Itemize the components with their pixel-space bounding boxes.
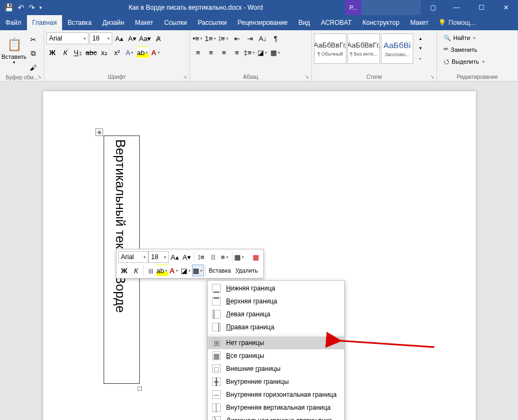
sort-button[interactable]: A↓ xyxy=(257,32,269,44)
tab-references[interactable]: Ссылки xyxy=(159,15,192,30)
strikethrough-button[interactable]: abc xyxy=(85,46,97,58)
tab-review[interactable]: Рецензирование xyxy=(232,15,293,30)
tab-design[interactable]: Дизайн xyxy=(97,15,130,30)
find-button[interactable]: 🔍Найти▾ xyxy=(441,32,488,43)
mini-delete-button[interactable]: Удалить xyxy=(233,267,260,274)
mini-align[interactable]: ≡▾ xyxy=(219,251,231,263)
borders-button[interactable]: ▦▾ xyxy=(270,46,282,58)
table-resize-handle[interactable] xyxy=(138,387,142,391)
mini-table-insert[interactable]: ▦▾ xyxy=(234,251,246,263)
border-right[interactable]: ▕Правая граница xyxy=(208,321,344,334)
tab-insert[interactable]: Вставка xyxy=(62,15,97,30)
mini-insert-button[interactable]: Вставка xyxy=(207,267,233,274)
mini-size-combo[interactable]: 18▾ xyxy=(148,251,169,263)
replace-button[interactable]: ᵃᵇЗаменить xyxy=(441,44,488,55)
cut-button[interactable]: ✂ xyxy=(27,33,39,45)
mini-shading[interactable]: ◪▾ xyxy=(180,265,192,276)
dialog-launcher-icon[interactable]: ↘ xyxy=(429,73,435,80)
tab-table-layout[interactable]: Макет xyxy=(405,15,434,30)
redo-icon[interactable]: ↷ xyxy=(29,3,35,12)
border-inside-v[interactable]: │Внутренняя вертикальная граница xyxy=(208,401,344,414)
mini-bold[interactable]: Ж xyxy=(118,265,130,276)
grow-font-button[interactable]: A▴ xyxy=(113,32,125,44)
tab-mailings[interactable]: Рассылки xyxy=(192,15,232,30)
dialog-launcher-icon[interactable]: ↘ xyxy=(36,73,43,80)
maximize-button[interactable]: ☐ xyxy=(469,0,493,15)
increase-indent-button[interactable]: ⇥ xyxy=(244,32,256,44)
border-inside-h[interactable]: ─Внутренняя горизонтальная граница xyxy=(208,388,344,401)
border-left[interactable]: ▏Левая граница xyxy=(208,308,344,321)
change-case-button[interactable]: Aa▾ xyxy=(139,32,151,44)
mini-highlight[interactable]: ab▾ xyxy=(156,265,168,276)
shrink-font-button[interactable]: A▾ xyxy=(126,32,138,44)
dialog-launcher-icon[interactable]: ↘ xyxy=(182,73,188,80)
line-spacing-button[interactable]: ‡≡▾ xyxy=(244,46,256,58)
shading-button[interactable]: ◪▾ xyxy=(257,46,269,58)
align-center-button[interactable]: ≡ xyxy=(205,46,217,58)
tab-file[interactable]: Файл xyxy=(0,15,27,30)
border-none[interactable]: ⊞Нет границы xyxy=(208,336,344,349)
qat-customize-icon[interactable]: ▾ xyxy=(39,5,42,10)
show-marks-button[interactable]: ¶ xyxy=(270,32,282,44)
mini-style1[interactable]: ⁞≡ xyxy=(195,251,207,263)
border-outside[interactable]: □Внешние границы xyxy=(208,362,344,375)
bold-button[interactable]: Ж xyxy=(46,46,58,58)
user-account[interactable] xyxy=(362,0,421,15)
clear-formatting-button[interactable]: A̷ xyxy=(152,32,164,44)
undo-icon[interactable]: ↶ xyxy=(18,3,24,12)
mini-borders[interactable]: ▦▾ xyxy=(192,265,204,276)
table-move-handle[interactable]: ✥ xyxy=(96,128,103,136)
mini-font-color[interactable]: A▾ xyxy=(168,265,180,276)
multilevel-list-button[interactable]: ⁞≡▾ xyxy=(218,32,230,44)
bullets-button[interactable]: •≡▾ xyxy=(192,32,204,44)
save-icon[interactable]: 💾 xyxy=(4,3,13,12)
style-normal[interactable]: АаБбВвГг,¶ Обычный xyxy=(314,33,346,64)
subscript-button[interactable]: x₂ xyxy=(98,46,110,58)
italic-button[interactable]: К xyxy=(59,46,71,58)
format-painter-button[interactable]: 🖌 xyxy=(27,62,39,73)
tab-acrobat[interactable]: ACROBAT xyxy=(316,15,357,30)
font-name-combo[interactable]: Arial▾ xyxy=(46,32,88,44)
vertical-text[interactable]: Вертикальный текст в Ворде xyxy=(113,139,128,313)
border-bottom[interactable]: ▁Нижняя граница xyxy=(208,282,344,295)
styles-row-down[interactable]: ▾ xyxy=(414,43,426,53)
mini-grow-font[interactable]: A▴ xyxy=(169,251,181,263)
close-button[interactable]: ✕ xyxy=(494,0,518,15)
text-effects-button[interactable]: A▾ xyxy=(124,46,136,58)
tab-view[interactable]: Вид xyxy=(293,15,316,30)
border-all[interactable]: ▦Все границы xyxy=(208,349,344,362)
styles-row-up[interactable]: ▴ xyxy=(414,33,426,43)
underline-button[interactable]: Ч▾ xyxy=(72,46,84,58)
select-button[interactable]: ⭯Выделить▾ xyxy=(441,56,488,67)
font-color-button[interactable]: A▾ xyxy=(150,46,162,58)
border-top[interactable]: ▔Верхняя граница xyxy=(208,295,344,308)
border-diag-down[interactable]: ╲Диагональная граница сверху вниз xyxy=(208,414,344,420)
style-heading1[interactable]: АаБбВіЗаголово... xyxy=(381,33,413,64)
paste-button[interactable]: 📋 Вставить ▾ xyxy=(2,31,26,69)
tab-layout[interactable]: Макет xyxy=(130,15,159,30)
tell-me[interactable]: 💡Помощ... xyxy=(434,15,480,30)
justify-button[interactable]: ≡ xyxy=(231,46,243,58)
decrease-indent-button[interactable]: ⇤ xyxy=(231,32,243,44)
numbering-button[interactable]: 1≡▾ xyxy=(205,32,217,44)
superscript-button[interactable]: x² xyxy=(111,46,123,58)
mini-columns[interactable]: ⫼ xyxy=(145,265,156,276)
mini-shrink-font[interactable]: A▾ xyxy=(181,251,193,263)
ribbon-display-options-icon[interactable]: ▢ xyxy=(421,0,445,15)
align-right-button[interactable]: ≡ xyxy=(218,46,230,58)
mini-style2[interactable]: ⁞⁞ xyxy=(207,251,219,263)
mini-table-delete[interactable]: ▦ xyxy=(250,251,262,263)
style-no-spacing[interactable]: АаБбВвГг,¶ Без инте... xyxy=(347,33,380,64)
minimize-button[interactable]: — xyxy=(445,0,468,15)
highlight-button[interactable]: ab▾ xyxy=(137,46,149,58)
font-size-combo[interactable]: 18▾ xyxy=(90,32,112,44)
mini-font-combo[interactable]: Arial▾ xyxy=(118,251,148,263)
styles-more[interactable]: ⌄ xyxy=(414,53,426,63)
copy-button[interactable]: ⧉ xyxy=(27,48,39,59)
dialog-launcher-icon[interactable]: ↘ xyxy=(304,73,310,80)
mini-italic[interactable]: К xyxy=(130,265,142,276)
tab-table-design[interactable]: Конструктор xyxy=(357,15,405,30)
align-left-button[interactable]: ≡ xyxy=(192,46,204,58)
border-inside[interactable]: ╋Внутренние границы xyxy=(208,375,344,388)
tab-home[interactable]: Главная xyxy=(27,15,63,30)
